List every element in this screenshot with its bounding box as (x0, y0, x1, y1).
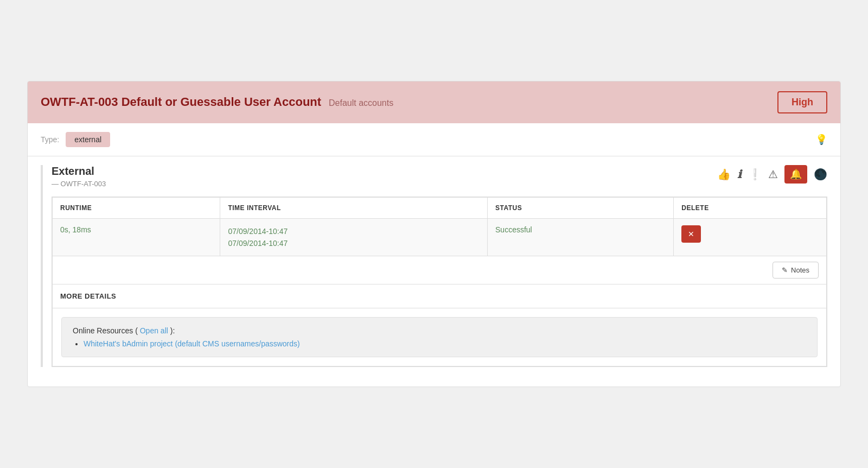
time-interval-cell: 07/09/2014-10:47 07/09/2014-10:47 (220, 218, 488, 256)
section-subtitle: — OWTF-AT-003 (52, 180, 106, 188)
bell-icon[interactable]: 🔔 (784, 165, 807, 184)
more-details-section: MORE DETAILS Online Resources ( Open all… (52, 284, 827, 366)
col-runtime: RUNTIME (53, 197, 220, 218)
resources-box: Online Resources ( Open all ): WhiteHat'… (61, 317, 818, 357)
resources-label: Online Resources ( Open all ): (73, 326, 806, 335)
section-header-row: External — OWTF-AT-003 👍 ℹ ❕ ⚠ 🔔 🌑 (52, 165, 827, 188)
section-title-group: External — OWTF-AT-003 (52, 165, 106, 188)
resources-list: WhiteHat's bAdmin project (default CMS u… (73, 339, 806, 348)
main-container: OWTF-AT-003 Default or Guessable User Ac… (27, 81, 841, 388)
table-header-row: RUNTIME TIME INTERVAL STATUS DELETE (53, 197, 827, 218)
type-badge-external[interactable]: external (66, 132, 110, 147)
thumbsup-icon[interactable]: 👍 (717, 168, 731, 181)
type-label: Type: (41, 135, 59, 144)
header-title-group: OWTF-AT-003 Default or Guessable User Ac… (41, 95, 393, 109)
status-cell: Successful (488, 218, 674, 256)
table-row: 0s, 18ms 07/09/2014-10:47 07/09/2014-10:… (53, 218, 827, 256)
notes-label: Notes (791, 266, 809, 274)
col-status: STATUS (488, 197, 674, 218)
runtime-cell: 0s, 18ms (53, 218, 220, 256)
resource-link-1[interactable]: WhiteHat's bAdmin project (default CMS u… (84, 339, 300, 348)
page-header: OWTF-AT-003 Default or Guessable User Ac… (28, 81, 840, 123)
col-time-interval: TIME INTERVAL (220, 197, 488, 218)
time-interval-end: 07/09/2014-10:47 (228, 237, 480, 249)
severity-badge[interactable]: High (777, 91, 827, 113)
warning-icon[interactable]: ❕ (748, 168, 762, 181)
notes-row: ✎ Notes (52, 256, 827, 284)
triangle-warning-icon[interactable]: ⚠ (768, 168, 778, 181)
content-area: External — OWTF-AT-003 👍 ℹ ❕ ⚠ 🔔 🌑 (28, 156, 840, 387)
results-table: RUNTIME TIME INTERVAL STATUS DELETE 0s, … (52, 197, 827, 257)
icon-toolbar: 👍 ℹ ❕ ⚠ 🔔 🌑 (717, 165, 827, 184)
list-item: WhiteHat's bAdmin project (default CMS u… (84, 339, 806, 348)
lightbulb-icon[interactable]: 💡 (815, 134, 827, 146)
time-interval-start: 07/09/2014-10:47 (228, 225, 480, 237)
col-delete: DELETE (674, 197, 827, 218)
page-title: OWTF-AT-003 Default or Guessable User Ac… (41, 95, 321, 109)
more-details-body: Online Resources ( Open all ): WhiteHat'… (53, 308, 826, 366)
delete-button[interactable]: ✕ (681, 225, 701, 243)
section-title: External (52, 165, 106, 178)
open-all-link[interactable]: Open all (140, 326, 168, 335)
eye-icon[interactable]: 🌑 (814, 168, 827, 181)
type-bar: Type: external 💡 (28, 123, 840, 156)
notes-button[interactable]: ✎ Notes (773, 262, 819, 279)
delete-cell[interactable]: ✕ (674, 218, 827, 256)
runtime-value: 0s, 18ms (60, 225, 91, 234)
more-details-header: MORE DETAILS (53, 284, 826, 308)
status-value: Successful (495, 225, 532, 234)
page-subtitle: Default accounts (329, 98, 393, 107)
pencil-icon: ✎ (782, 266, 788, 274)
info-icon[interactable]: ℹ (737, 168, 742, 181)
section-panel: External — OWTF-AT-003 👍 ℹ ❕ ⚠ 🔔 🌑 (41, 165, 827, 368)
table-wrapper: RUNTIME TIME INTERVAL STATUS DELETE 0s, … (52, 197, 827, 368)
